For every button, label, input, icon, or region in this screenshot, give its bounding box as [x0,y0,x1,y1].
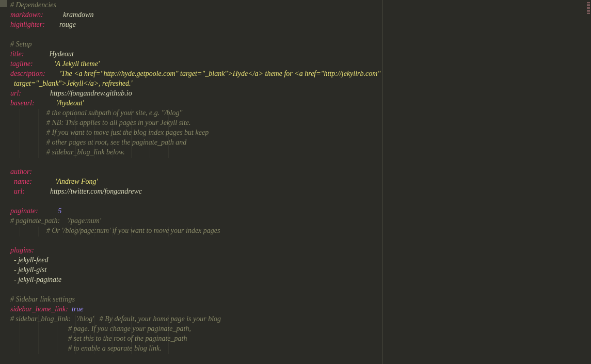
comment-line: # page. If you change your paginate_path… [68,325,191,333]
yaml-key: highlighter: [10,21,45,28]
comment-line: # Dependencies [10,1,56,9]
yaml-list-dash: - [14,276,18,283]
yaml-value-continuation: target="_blank">Jekyll</a>, refreshed.' [14,80,132,87]
comment-line: # the optional subpath of your site, e.g… [46,109,182,117]
yaml-value: https://fongandrew.github.io [50,89,132,97]
yaml-value: 'The <a href="http://hyde.getpoole.com" … [60,70,381,77]
comment-trail: # By default, your home page is your blo… [94,315,221,323]
yaml-value: https://twitter.com/fongandrewc [50,187,142,195]
yaml-list-dash: - [14,266,18,274]
comment-line: # paginate_path: '/page:num' [10,217,101,225]
yaml-key: baseurl: [10,99,35,107]
comment-line: # If you want to move just the blog inde… [46,129,209,136]
yaml-list-item: jekyll-gist [18,266,46,274]
gutter-marker [0,0,7,7]
yaml-key: markdown: [10,11,43,19]
yaml-list-item: jekyll-feed [18,256,48,264]
yaml-key: paginate: [10,207,38,215]
comment-line: # to enable a separate blog link. [68,344,162,352]
comment-line: # sidebar_blog_link below. [46,148,125,156]
yaml-list-dash: - [14,256,18,264]
comment-line: # Setup [10,40,32,48]
yaml-key: tagline: [10,60,33,68]
yaml-value: 'Andrew Fong' [56,178,98,185]
yaml-key: url: [14,187,25,195]
comment-line: # other pages at root, see the paginate_… [46,138,186,146]
yaml-value: rouge [59,21,76,28]
comment-line: # set this to the root of the paginate_p… [68,335,187,342]
yaml-value: kramdown [63,11,93,19]
yaml-value: 5 [58,207,61,215]
yaml-list-item: jekyll-paginate [18,276,61,283]
comment-line: # sidebar_blog_link: '/blog' [10,315,94,323]
yaml-key: name: [14,178,32,185]
yaml-key: url: [10,89,21,97]
yaml-value: 'A Jekyll theme' [55,60,100,68]
yaml-key: sidebar_home_link: [10,305,68,313]
yaml-key: description: [10,70,45,77]
yaml-key: plugins: [10,246,34,254]
comment-line: # Or '/blog/page:num' if you want to mov… [46,227,220,234]
yaml-value: Hydeout [49,50,73,58]
comment-line: # Sidebar link settings [10,295,75,303]
yaml-value: '/hydeout' [56,99,84,107]
comment-line: # NB: This applies to all pages in your … [46,119,191,126]
yaml-value: true [72,305,84,313]
code-editor[interactable]: # Dependencies markdown: kramdown highli… [10,0,591,364]
yaml-key: author: [10,168,32,176]
yaml-key: title: [10,50,24,58]
